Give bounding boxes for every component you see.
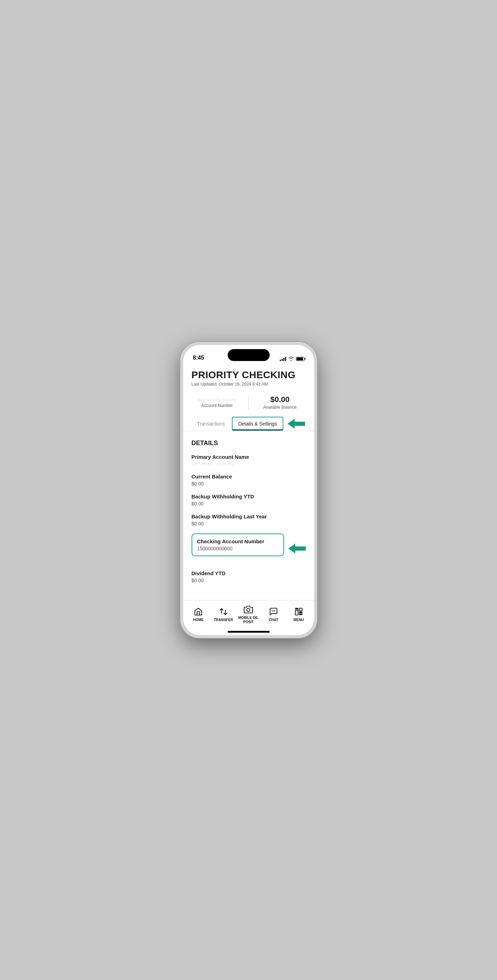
phone-frame: 8:45 PRIORITY CHECKIN bbox=[180, 342, 317, 638]
camera-icon bbox=[243, 605, 253, 614]
detail-primary-account-name-value: ••• •••••• •••••••• bbox=[192, 461, 306, 466]
nav-item-menu[interactable]: MENU bbox=[286, 607, 311, 622]
detail-backup-withholding-last-year-label: Backup Withholding Last Year bbox=[192, 514, 306, 519]
menu-icon bbox=[294, 607, 304, 617]
svg-rect-8 bbox=[295, 610, 298, 615]
page-header: PRIORITY CHECKING Last Updated: October … bbox=[183, 364, 314, 391]
nav-transfer-label: TRANSFER bbox=[214, 618, 233, 622]
detail-backup-withholding-ytd-label: Backup Withholding YTD bbox=[192, 493, 306, 500]
detail-backup-withholding-ytd: Backup Withholding YTD $0.00 bbox=[192, 493, 306, 506]
status-time: 8:45 bbox=[193, 355, 204, 361]
transfer-icon bbox=[219, 607, 229, 617]
balance-amount: $0.00 bbox=[254, 395, 306, 404]
tab-transactions[interactable]: Transactions bbox=[192, 417, 231, 430]
svg-rect-7 bbox=[299, 608, 302, 611]
battery-icon bbox=[296, 357, 304, 361]
tab-details-settings[interactable]: Details & Settings bbox=[232, 417, 283, 431]
checking-arrow-indicator bbox=[288, 544, 306, 554]
balance-label: Available Balance bbox=[254, 405, 306, 410]
account-number-section: •••••••••• •••••• Account Number bbox=[192, 397, 249, 408]
svg-rect-10 bbox=[299, 614, 302, 614]
detail-checking-account-number-value: 1500000000000 bbox=[197, 546, 278, 551]
detail-dividend-ytd: Dividend YTD $0.00 bbox=[192, 570, 306, 583]
signal-icon bbox=[280, 357, 286, 361]
wifi-icon bbox=[288, 357, 294, 361]
tab-arrow-indicator bbox=[287, 419, 305, 429]
chat-icon bbox=[268, 607, 278, 617]
detail-current-balance: Current Balance $0.00 bbox=[192, 474, 306, 487]
svg-rect-6 bbox=[295, 608, 298, 609]
detail-backup-withholding-last-year: Backup Withholding Last Year $0.00 bbox=[192, 514, 306, 527]
detail-checking-account-number[interactable]: Checking Account Number 1500000000000 bbox=[192, 533, 284, 556]
nav-item-mobile-deposit[interactable]: MOBILE DE-POSIT bbox=[236, 605, 261, 624]
nav-item-home[interactable]: HOME bbox=[186, 607, 211, 622]
account-number-masked: •••••••••• •••••• bbox=[192, 397, 243, 402]
nav-item-chat[interactable]: CHAT bbox=[261, 607, 286, 622]
detail-checking-account-number-label: Checking Account Number bbox=[197, 538, 278, 544]
last-updated-text: Last Updated: October 16, 2024 8:42 AM bbox=[192, 382, 306, 387]
detail-dividend-ytd-value: $0.00 bbox=[192, 578, 306, 583]
tabs-container: Transactions Details & Settings bbox=[183, 417, 314, 431]
home-icon bbox=[193, 607, 203, 617]
main-content: PRIORITY CHECKING Last Updated: October … bbox=[183, 364, 314, 600]
detail-dividend-ytd-label: Dividend YTD bbox=[192, 570, 306, 576]
svg-marker-1 bbox=[288, 544, 306, 554]
details-section: DETAILS Primary Account Name ••• •••••• … bbox=[183, 431, 314, 590]
status-icons bbox=[280, 357, 304, 361]
page-title: PRIORITY CHECKING bbox=[192, 369, 306, 381]
arrow-left-icon bbox=[287, 419, 305, 429]
detail-current-balance-value: $0.00 bbox=[192, 481, 306, 487]
detail-checking-account-container: Checking Account Number 1500000000000 bbox=[192, 533, 306, 563]
nav-item-transfer[interactable]: TRANSFER bbox=[211, 607, 236, 622]
svg-marker-0 bbox=[287, 419, 305, 429]
svg-point-2 bbox=[247, 608, 250, 611]
svg-rect-9 bbox=[299, 612, 302, 612]
detail-current-balance-label: Current Balance bbox=[192, 474, 306, 479]
phone-screen: 8:45 PRIORITY CHECKIN bbox=[183, 345, 314, 635]
account-summary: •••••••••• •••••• Account Number $0.00 A… bbox=[183, 391, 314, 414]
home-bar bbox=[228, 631, 270, 633]
arrow-left-icon-2 bbox=[288, 544, 306, 554]
dynamic-island bbox=[228, 349, 270, 361]
detail-primary-account-name-label: Primary Account Name bbox=[192, 454, 306, 460]
detail-backup-withholding-ytd-value: $0.00 bbox=[192, 501, 306, 506]
bottom-nav: HOME TRANSFER bbox=[183, 600, 314, 628]
detail-backup-withholding-last-year-value: $0.00 bbox=[192, 521, 306, 527]
home-indicator bbox=[183, 628, 314, 635]
nav-mobile-deposit-label: MOBILE DE-POSIT bbox=[238, 616, 259, 624]
balance-section: $0.00 Available Balance bbox=[249, 395, 306, 410]
nav-menu-label: MENU bbox=[294, 618, 304, 622]
account-number-label: Account Number bbox=[192, 403, 243, 408]
nav-home-label: HOME bbox=[193, 618, 203, 622]
nav-chat-label: CHAT bbox=[269, 618, 278, 622]
detail-primary-account-name: Primary Account Name ••• •••••• •••••••• bbox=[192, 454, 306, 466]
details-section-title: DETAILS bbox=[192, 439, 306, 447]
